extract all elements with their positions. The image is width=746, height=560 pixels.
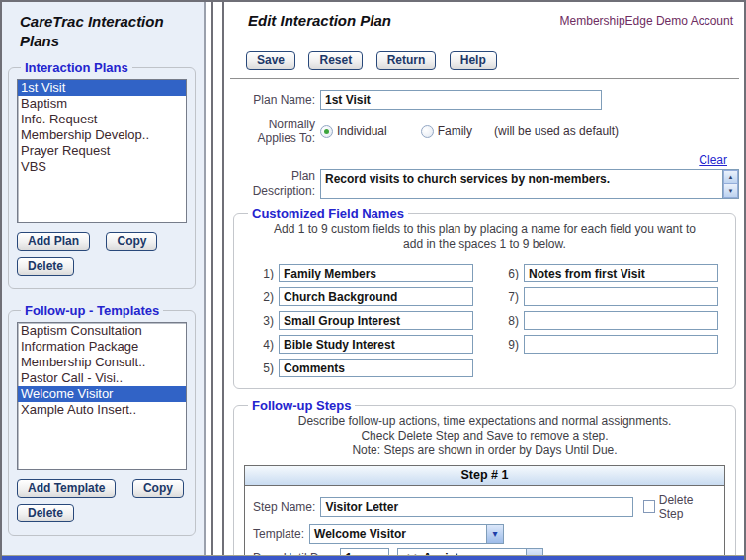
- field-number: 2): [252, 290, 274, 304]
- plan-description-label: Plan Description:: [232, 169, 315, 198]
- interaction-plans-legend: Interaction Plans: [21, 60, 132, 75]
- bottom-strip: [2, 555, 744, 560]
- page-title: Edit Interaction Plan: [248, 12, 391, 29]
- plan-list-item[interactable]: Prayer Request: [18, 143, 186, 159]
- customized-fields-legend: Customized Field Names: [248, 206, 408, 221]
- field-number: 3): [252, 314, 274, 328]
- delete-template-button[interactable]: Delete: [17, 504, 74, 522]
- plan-list-item[interactable]: 1st Visit: [18, 80, 186, 96]
- step-name-input[interactable]: [320, 497, 632, 517]
- customized-fields-group: Customized Field Names Add 1 to 9 custom…: [233, 206, 736, 389]
- toolbar: Save Reset Return Help: [246, 50, 739, 70]
- followup-steps-group: Follow-up Steps Describe follow-up actio…: [233, 398, 736, 556]
- field-number: 8): [497, 314, 519, 328]
- add-plan-button[interactable]: Add Plan: [17, 232, 90, 251]
- field-number: 7): [497, 290, 519, 304]
- template-list-item[interactable]: Pastor Call - Visi..: [18, 370, 186, 386]
- custom-field-input-5[interactable]: [279, 359, 473, 377]
- assist-select[interactable]: <<- Assist ▾: [397, 548, 543, 555]
- add-template-button[interactable]: Add Template: [17, 479, 116, 498]
- followup-steps-instructions: Describe follow-up actions, time expecta…: [242, 414, 727, 459]
- sidebar: CareTrac Interaction Plans Interaction P…: [2, 2, 206, 555]
- save-button[interactable]: Save: [246, 51, 295, 70]
- scroll-up-icon[interactable]: ▲: [723, 170, 738, 185]
- chevron-down-icon: ▾: [486, 525, 503, 543]
- plan-list-item[interactable]: Baptism: [18, 96, 186, 112]
- followup-templates-group: Follow-up - Templates Baptism Consultati…: [8, 303, 196, 536]
- applies-to-label: Normally Applies To:: [232, 118, 315, 146]
- custom-field-input-6[interactable]: [524, 264, 718, 282]
- plan-list-item[interactable]: Info. Request: [18, 112, 186, 127]
- template-list-item[interactable]: Xample Auto Insert..: [18, 402, 186, 418]
- delete-step-label: Delete Step: [659, 493, 716, 520]
- individual-radio[interactable]: [320, 125, 333, 138]
- interaction-plans-group: Interaction Plans 1st Visit Baptism Info…: [8, 60, 196, 289]
- account-name: MembershipEdge Demo Account: [560, 14, 733, 28]
- delete-plan-button[interactable]: Delete: [17, 257, 74, 276]
- caretrac-window: CareTrac Interaction Plans Interaction P…: [0, 0, 746, 560]
- app-title: CareTrac Interaction Plans: [20, 12, 192, 50]
- template-list-item[interactable]: Welcome Visitor: [18, 386, 186, 402]
- followup-templates-listbox[interactable]: Baptism Consultation Information Package…: [17, 322, 187, 470]
- field-number: 9): [497, 338, 519, 352]
- field-number: 5): [252, 361, 274, 375]
- template-select[interactable]: Welcome Visitor ▾: [309, 524, 504, 544]
- plan-description-text: Record visits to church services by non-…: [321, 170, 722, 198]
- edit-plan-panel: Edit Interaction Plan MembershipEdge Dem…: [222, 2, 744, 555]
- family-radio[interactable]: [421, 125, 434, 138]
- plan-name-label: Plan Name:: [232, 93, 315, 107]
- description-scrollbar: ▲ ▼: [722, 170, 738, 198]
- custom-field-input-7[interactable]: [524, 287, 718, 306]
- custom-field-input-4[interactable]: [279, 335, 473, 354]
- field-number: 4): [252, 338, 274, 352]
- plan-description-textarea[interactable]: Record visits to church services by non-…: [320, 169, 739, 199]
- template-list-item[interactable]: Baptism Consultation: [18, 323, 186, 339]
- field-number: 1): [252, 267, 274, 280]
- custom-field-input-9[interactable]: [524, 335, 718, 354]
- copy-template-button[interactable]: Copy: [132, 479, 184, 498]
- days-until-due-input[interactable]: [340, 548, 389, 555]
- scroll-down-icon[interactable]: ▼: [723, 184, 738, 198]
- delete-step-checkbox[interactable]: [643, 500, 655, 513]
- field-number: 6): [497, 267, 519, 280]
- clear-description-link[interactable]: Clear: [699, 153, 727, 167]
- family-radio-label: Family: [438, 124, 472, 138]
- individual-radio-label: Individual: [337, 124, 387, 138]
- panel-divider: [211, 2, 213, 555]
- custom-field-input-3[interactable]: [279, 311, 473, 330]
- customized-fields-instructions: Add 1 to 9 custom fields to this plan by…: [242, 222, 727, 253]
- plan-list-item[interactable]: VBS: [18, 159, 186, 175]
- followup-templates-legend: Follow-up - Templates: [21, 303, 163, 318]
- help-button[interactable]: Help: [450, 51, 497, 70]
- template-label: Template:: [253, 527, 304, 541]
- step-1-box: Step # 1 Step Name: Delete Step Template…: [244, 465, 725, 555]
- custom-field-input-8[interactable]: [524, 311, 718, 330]
- custom-field-input-1[interactable]: [279, 264, 473, 282]
- step-name-label: Step Name:: [253, 500, 315, 514]
- step-1-header: Step # 1: [245, 466, 724, 486]
- custom-field-input-2[interactable]: [279, 287, 473, 306]
- template-list-item[interactable]: Membership Consult..: [18, 355, 186, 370]
- followup-steps-legend: Follow-up Steps: [248, 398, 355, 413]
- copy-plan-button[interactable]: Copy: [106, 232, 157, 251]
- applies-default-note: (will be used as default): [494, 124, 619, 138]
- return-button[interactable]: Return: [376, 51, 437, 70]
- template-list-item[interactable]: Information Package: [18, 339, 186, 355]
- toolbar-divider: [230, 78, 739, 80]
- plan-name-input[interactable]: [320, 90, 602, 110]
- interaction-plans-listbox[interactable]: 1st Visit Baptism Info. Request Membersh…: [17, 79, 187, 223]
- reset-button[interactable]: Reset: [308, 51, 363, 70]
- plan-list-item[interactable]: Membership Develop..: [18, 127, 186, 143]
